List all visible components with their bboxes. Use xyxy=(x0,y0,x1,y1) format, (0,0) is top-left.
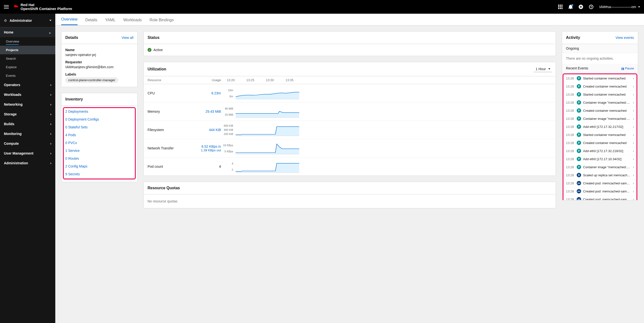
event-row[interactable]: 13:28 P Created container memcached › xyxy=(564,139,636,147)
nav-operators[interactable]: Operators› xyxy=(0,80,55,90)
event-message: Created pod: memcached-sampl... xyxy=(583,190,631,193)
nav-compute[interactable]: Compute› xyxy=(0,139,55,148)
inventory-pods[interactable]: 4 Pods xyxy=(65,131,133,139)
tab-workloads[interactable]: Workloads xyxy=(123,18,142,25)
event-row[interactable]: 13:28 P Container image "memcached:1.4..… xyxy=(564,98,636,107)
event-row[interactable]: 13:28 RS Created pod: memcached-sampl...… xyxy=(564,179,636,187)
event-time: 13:28 xyxy=(566,181,575,185)
util-name: Pod count xyxy=(148,165,196,168)
inventory-deployments[interactable]: 2 Deployments xyxy=(65,108,133,115)
event-message: Created container memcached xyxy=(583,109,631,112)
col-times: 13:20 13:25 13:30 13:35 xyxy=(221,78,299,82)
perspective-switcher[interactable]: ⚙ Administrator xyxy=(0,14,55,27)
event-row[interactable]: 13:28 P Container image "memcached:1.4..… xyxy=(564,115,636,123)
chevron-right-icon: › xyxy=(633,125,634,129)
inventory-secrets[interactable]: 9 Secrets xyxy=(65,170,133,178)
inventory-title: Inventory xyxy=(65,97,133,101)
event-time: 13:28 xyxy=(566,190,575,193)
event-row[interactable]: 13:28 P Add eth0 [172.17.32.218/32] › xyxy=(564,147,636,155)
nav-builds[interactable]: Builds› xyxy=(0,119,55,129)
event-row[interactable]: 13:28 P Add eth0 [172.17.32.217/32] › xyxy=(564,123,636,131)
chevron-right-icon: › xyxy=(633,133,634,137)
chevron-right-icon: › xyxy=(633,149,634,153)
time-range-dropdown[interactable]: 1 Hour xyxy=(534,66,552,72)
tab-rolebindings[interactable]: Role Bindings xyxy=(150,18,174,25)
view-all-link[interactable]: View all xyxy=(122,36,133,40)
event-time: 13:28 xyxy=(566,85,575,88)
event-row[interactable]: 13:28 P Started container memcached › xyxy=(564,74,636,82)
quotas-title: Resource Quotas xyxy=(148,186,552,190)
nav-home[interactable]: Home ⌄ xyxy=(0,27,55,37)
event-message: Add eth0 [172.17.32.218/32] xyxy=(583,149,631,153)
nav-monitoring[interactable]: Monitoring› xyxy=(0,129,55,139)
util-usage: 6.52 KBps in1.39 KBps out xyxy=(196,144,221,152)
event-badge-icon: RS xyxy=(577,197,581,200)
tab-details[interactable]: Details xyxy=(86,18,98,25)
nav-networking[interactable]: Networking› xyxy=(0,99,55,109)
plus-icon[interactable] xyxy=(579,5,583,9)
nav-home-explore[interactable]: Explore xyxy=(0,63,55,71)
svg-rect-1 xyxy=(560,5,561,6)
recent-events-header: Recent Events Pause xyxy=(562,64,638,73)
user-menu[interactable]: IAM#sa——————om xyxy=(599,5,640,9)
caret-down-icon xyxy=(638,6,640,7)
event-badge-icon: P xyxy=(577,124,581,129)
chevron-right-icon: › xyxy=(633,141,634,145)
event-row[interactable]: 13:28 D Scaled up replica set memcached.… xyxy=(564,171,636,179)
view-events-link[interactable]: View events xyxy=(616,36,634,40)
nav-administration[interactable]: Administration› xyxy=(0,158,55,168)
event-row[interactable]: 13:28 P Add eth0 [172.17.10.34/32] › xyxy=(564,155,636,163)
label-chip[interactable]: control-plane=controller-manager xyxy=(65,77,118,83)
event-badge-icon: P xyxy=(577,149,581,153)
details-card: Details View all Namesanjeev-operator-pr… xyxy=(61,31,138,87)
inventory-statefulsets[interactable]: 0 Stateful Sets xyxy=(65,123,133,131)
nav-usermgmt[interactable]: User Management› xyxy=(0,148,55,158)
bell-icon[interactable] xyxy=(568,5,573,9)
hamburger-icon[interactable] xyxy=(4,5,9,8)
nav-home-events[interactable]: Events xyxy=(0,71,55,80)
nav-home-search[interactable]: Search xyxy=(0,54,55,63)
event-time: 13:28 xyxy=(566,117,575,121)
inventory-configmaps[interactable]: 2 Config Maps xyxy=(65,162,133,170)
chevron-right-icon: › xyxy=(50,102,52,106)
util-row-pod-count[interactable]: Pod count 4 42 xyxy=(144,157,556,176)
nav-workloads[interactable]: Workloads› xyxy=(0,90,55,99)
event-row[interactable]: 13:28 P Created container memcached › xyxy=(564,82,636,90)
event-row[interactable]: 13:28 RS Created pod: memcached-sampl...… xyxy=(564,195,636,200)
event-row[interactable]: 13:28 P Started container memcached › xyxy=(564,90,636,98)
inventory-services[interactable]: 1 Service xyxy=(65,147,133,155)
event-time: 13:28 xyxy=(566,157,575,161)
util-row-memory[interactable]: Memory 29.43 MiB 40 MiB20 MiB xyxy=(144,102,556,121)
util-row-network-transfer[interactable]: Network Transfer 6.52 KBps in1.39 KBps o… xyxy=(144,139,556,157)
gear-icon: ⚙ xyxy=(4,18,7,22)
inventory-deployconfigs[interactable]: 0 Deployment Configs xyxy=(65,115,133,123)
event-message: Created container memcached xyxy=(583,141,631,145)
pause-button[interactable]: Pause xyxy=(621,66,634,70)
event-message: Container image "memcached:1.4.... xyxy=(583,117,631,121)
brand-logo[interactable]: Red Hat OpenShift Container Platform xyxy=(13,3,72,11)
tab-overview[interactable]: Overview xyxy=(61,17,78,25)
util-name: Memory xyxy=(148,110,196,113)
event-badge-icon: P xyxy=(577,76,581,80)
help-icon[interactable]: ? xyxy=(589,5,593,9)
chevron-right-icon: › xyxy=(633,109,634,112)
inventory-routes[interactable]: 0 Routes xyxy=(65,155,133,162)
inventory-pvcs[interactable]: 0 PVCs xyxy=(65,139,133,147)
svg-rect-7 xyxy=(560,8,561,9)
chevron-right-icon: › xyxy=(633,93,634,96)
ongoing-header: Ongoing xyxy=(562,44,638,53)
util-name: Filesystem xyxy=(148,128,196,132)
util-row-filesystem[interactable]: Filesystem 444 KiB 600 KiB400 KiB200 KiB xyxy=(144,121,556,139)
apps-icon[interactable] xyxy=(558,5,562,9)
event-message: Started container memcached xyxy=(583,133,631,137)
event-row[interactable]: 13:28 P Created container memcached › xyxy=(564,107,636,115)
event-row[interactable]: 13:28 P Started container memcached › xyxy=(564,131,636,139)
event-row[interactable]: 13:28 P Container image "memcached:1.4..… xyxy=(564,163,636,171)
tab-yaml[interactable]: YAML xyxy=(105,18,116,25)
svg-rect-2 xyxy=(562,5,563,6)
util-row-cpu[interactable]: CPU 6.23m 10m5m xyxy=(144,84,556,102)
event-row[interactable]: 13:28 RS Created pod: memcached-sampl...… xyxy=(564,187,636,195)
nav-storage[interactable]: Storage› xyxy=(0,109,55,119)
nav-home-projects[interactable]: Projects xyxy=(0,46,55,54)
nav-home-overview[interactable]: Overview xyxy=(0,37,55,46)
